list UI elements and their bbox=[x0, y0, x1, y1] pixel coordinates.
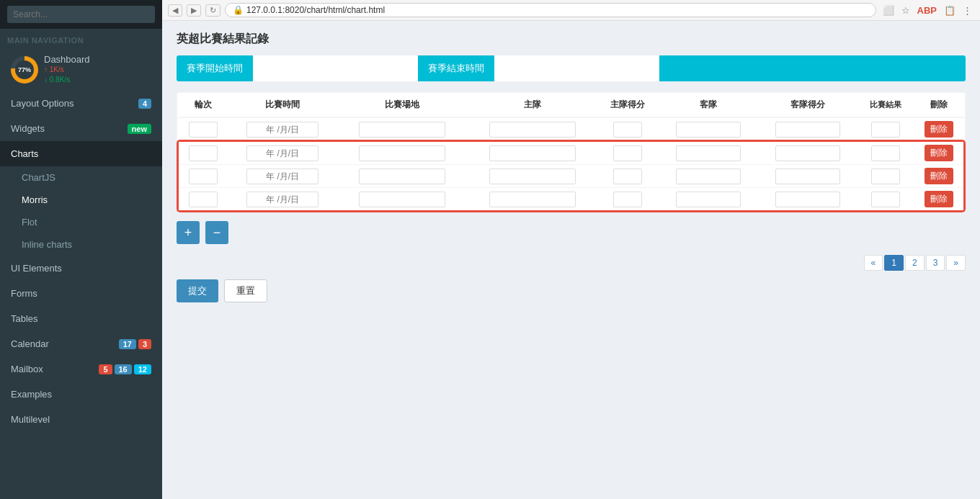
cell-venue bbox=[337, 117, 467, 141]
input-venue[interactable] bbox=[359, 145, 445, 161]
input-home[interactable] bbox=[489, 192, 576, 207]
input-round[interactable] bbox=[189, 145, 218, 161]
adblock-button[interactable]: ABP bbox=[915, 4, 939, 17]
col-round: 輪次 bbox=[178, 93, 228, 117]
search-input[interactable] bbox=[7, 6, 155, 23]
delete-button[interactable]: 刪除 bbox=[925, 191, 953, 207]
cell-home bbox=[468, 165, 597, 188]
input-round[interactable] bbox=[189, 168, 218, 184]
sidebar-item-forms[interactable]: Forms bbox=[0, 281, 162, 306]
pagination-prev[interactable]: « bbox=[864, 255, 883, 271]
input-result[interactable] bbox=[871, 122, 900, 138]
pagination-page-2[interactable]: 2 bbox=[905, 255, 925, 271]
sidebar-item-tables[interactable]: Tables bbox=[0, 306, 162, 331]
input-home-score[interactable] bbox=[613, 168, 642, 184]
input-date[interactable] bbox=[246, 192, 318, 207]
sidebar-sub-chartjs[interactable]: ChartJS bbox=[0, 166, 162, 189]
pagination-page-3[interactable]: 3 bbox=[926, 255, 945, 271]
menu-button[interactable]: ⋮ bbox=[961, 4, 974, 17]
add-row-button[interactable]: + bbox=[177, 221, 200, 244]
input-venue[interactable] bbox=[359, 168, 445, 184]
reset-button[interactable]: 重置 bbox=[224, 279, 267, 302]
sidebar-item-examples[interactable]: Examples bbox=[0, 382, 162, 407]
star-button[interactable]: ☆ bbox=[899, 4, 912, 17]
sidebar-item-layout-options[interactable]: Layout Options 4 bbox=[0, 91, 162, 116]
forward-button[interactable]: ▶ bbox=[187, 4, 201, 17]
match-table-container: 輪次 比賽時間 比賽場地 主隊 主隊得分 客隊 客隊得分 比賽結果 刪除 bbox=[177, 92, 966, 212]
input-away-score[interactable] bbox=[775, 168, 840, 184]
table-row: 刪除 bbox=[178, 117, 964, 141]
input-home[interactable] bbox=[489, 168, 576, 184]
sidebar-item-ui-elements[interactable]: UI Elements bbox=[0, 256, 162, 281]
address-bar[interactable]: 🔒 127.0.0.1:8020/chart/html/chart.html bbox=[225, 3, 876, 17]
sidebar-item-calendar[interactable]: Calendar 17 3 bbox=[0, 331, 162, 356]
input-result[interactable] bbox=[871, 168, 900, 184]
delete-button[interactable]: 刪除 bbox=[925, 121, 953, 138]
note-button[interactable]: 📋 bbox=[942, 4, 958, 17]
sidebar-sub-morris[interactable]: Morris bbox=[0, 189, 162, 211]
cast-button[interactable]: ⬜ bbox=[881, 4, 896, 17]
pagination-page-1[interactable]: 1 bbox=[884, 255, 904, 271]
cell-home bbox=[468, 188, 597, 212]
submit-button[interactable]: 提交 bbox=[177, 279, 218, 302]
delete-button[interactable]: 刪除 bbox=[925, 168, 953, 184]
sidebar-item-widgets[interactable]: Widgets new bbox=[0, 116, 162, 141]
outlined-rows-group: 刪除 刪除 bbox=[178, 141, 964, 211]
cell-date bbox=[228, 188, 337, 212]
remove-row-button[interactable]: − bbox=[205, 221, 228, 244]
season-end-label: 賽季結束時間 bbox=[418, 58, 494, 79]
cell-delete: 刪除 bbox=[914, 165, 964, 188]
sidebar-item-label: Forms bbox=[11, 288, 37, 299]
input-away[interactable] bbox=[676, 145, 741, 161]
input-away[interactable] bbox=[676, 168, 741, 184]
season-start-input[interactable] bbox=[253, 55, 418, 81]
pagination-next[interactable]: » bbox=[946, 255, 966, 271]
refresh-button[interactable]: ↻ bbox=[205, 4, 220, 17]
cell-home-score bbox=[597, 141, 659, 165]
cell-home bbox=[468, 117, 597, 141]
input-date[interactable] bbox=[246, 145, 318, 161]
charts-submenu: ChartJS Morris Flot Inline charts bbox=[0, 166, 162, 256]
sidebar-item-mailbox[interactable]: Mailbox 5 16 12 bbox=[0, 356, 162, 382]
input-away[interactable] bbox=[676, 122, 741, 138]
season-filter: 賽季開始時間 賽季結束時間 bbox=[177, 55, 966, 81]
input-home-score[interactable] bbox=[613, 192, 642, 207]
browser-bar: ◀ ▶ ↻ 🔒 127.0.0.1:8020/chart/html/chart.… bbox=[162, 0, 980, 21]
input-away-score[interactable] bbox=[775, 122, 840, 138]
cell-away bbox=[659, 117, 758, 141]
sidebar-item-dashboard[interactable]: 77% Dashboard ↑ 1K/s ↓ 0.8K/s bbox=[0, 48, 162, 91]
cell-venue bbox=[337, 188, 467, 212]
input-away-score[interactable] bbox=[775, 145, 840, 161]
sidebar-sub-flot[interactable]: Flot bbox=[0, 211, 162, 233]
badge-mailbox-3: 12 bbox=[134, 364, 151, 374]
input-result[interactable] bbox=[871, 192, 900, 207]
input-venue[interactable] bbox=[359, 122, 445, 138]
net-down: ↓ 0.8K/s bbox=[44, 76, 70, 84]
input-round[interactable] bbox=[189, 192, 218, 207]
sidebar-item-charts[interactable]: Charts bbox=[0, 141, 162, 166]
input-result[interactable] bbox=[871, 145, 900, 161]
input-date[interactable] bbox=[246, 168, 318, 184]
delete-button[interactable]: 刪除 bbox=[925, 145, 953, 161]
input-away-score[interactable] bbox=[775, 192, 840, 207]
back-button[interactable]: ◀ bbox=[168, 4, 182, 17]
input-round[interactable] bbox=[189, 122, 218, 138]
input-date[interactable] bbox=[246, 122, 318, 138]
url-text: 127.0.0.1:8020/chart/html/chart.html bbox=[246, 5, 385, 15]
cell-delete: 刪除 bbox=[914, 188, 964, 212]
season-end-input[interactable] bbox=[494, 55, 659, 81]
input-home-score[interactable] bbox=[613, 145, 642, 161]
input-venue[interactable] bbox=[359, 192, 445, 207]
cell-away-score bbox=[758, 188, 858, 212]
dashboard-label: Dashboard bbox=[44, 54, 90, 65]
input-away[interactable] bbox=[676, 192, 741, 207]
input-home[interactable] bbox=[489, 145, 576, 161]
lock-icon: 🔒 bbox=[233, 5, 244, 15]
cell-delete: 刪除 bbox=[914, 141, 964, 165]
badge-layout: 4 bbox=[138, 99, 151, 109]
sidebar-item-multilevel[interactable]: Multilevel bbox=[0, 407, 162, 432]
input-home[interactable] bbox=[489, 122, 576, 138]
input-home-score[interactable] bbox=[613, 122, 642, 138]
sidebar-sub-inline-charts[interactable]: Inline charts bbox=[0, 233, 162, 256]
cell-home-score bbox=[597, 117, 659, 141]
